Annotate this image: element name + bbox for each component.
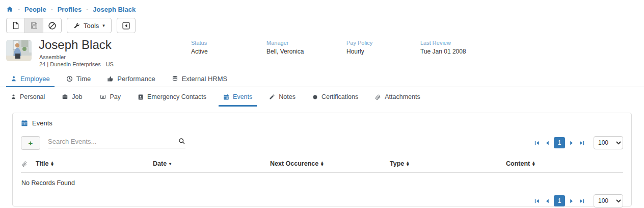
column-date[interactable]: Date ▾: [153, 160, 270, 167]
home-icon[interactable]: [6, 6, 13, 13]
column-title-label: Title: [36, 160, 48, 167]
tab-performance-label: Performance: [117, 75, 155, 83]
field-pay-policy-label: Pay Policy: [346, 40, 372, 46]
last-page-icon[interactable]: [577, 198, 587, 204]
sort-both-icon: ▴▾: [407, 161, 409, 166]
tab-external-hrms-label: External HRMS: [182, 75, 228, 83]
thumbs-up-icon: [107, 75, 114, 82]
subtab-certifications-label: Certifications: [321, 93, 358, 100]
subtab-events-label: Events: [233, 93, 252, 100]
main-tab-bar: Employee Time Performance External HRMS: [0, 72, 644, 87]
toolbar-button-group: [6, 18, 62, 33]
database-icon: [172, 75, 178, 82]
previous-page-icon[interactable]: [542, 198, 552, 204]
paperclip-icon: [21, 161, 28, 167]
current-page-button[interactable]: 1: [554, 137, 565, 148]
pencil-icon: [269, 94, 275, 100]
ban-icon: [48, 21, 57, 30]
sort-both-icon: ▴▾: [51, 161, 53, 166]
pagination-top: 1 100: [532, 136, 623, 149]
no-records-message: No Records Found: [21, 173, 623, 187]
tab-employee-label: Employee: [20, 75, 50, 83]
calendar-icon: [223, 94, 229, 100]
plus-icon: +: [29, 139, 33, 147]
add-event-button[interactable]: +: [21, 136, 40, 150]
calendar-icon: [21, 119, 28, 127]
person-icon: [11, 94, 16, 100]
first-page-icon[interactable]: [532, 198, 542, 204]
column-type[interactable]: Type ▴▾: [390, 160, 506, 167]
subtab-attachments[interactable]: Attachments: [370, 92, 424, 107]
cancel-button[interactable]: [43, 18, 62, 33]
subtab-job[interactable]: Job: [57, 92, 87, 107]
breadcrumb-separator: -: [51, 6, 53, 13]
caret-down-icon: ▾: [102, 23, 105, 28]
address-book-icon: [138, 94, 144, 100]
toolbar: Tools ▾: [6, 18, 644, 33]
search-input[interactable]: [48, 138, 178, 145]
employee-avatar: [6, 40, 32, 61]
collapse-left-icon: [122, 21, 130, 30]
tools-button[interactable]: Tools ▾: [67, 18, 112, 33]
page-size-select[interactable]: 100: [594, 136, 623, 149]
profile-header: Joseph Black Assembler 24 | Dunedin Ente…: [0, 39, 644, 70]
new-document-icon: [12, 21, 20, 30]
person-icon: [11, 75, 17, 82]
sort-both-icon: ▴▾: [321, 161, 323, 166]
field-manager: Manager Bell, Veronica: [266, 40, 304, 55]
subtab-certifications[interactable]: Certifications: [308, 92, 363, 107]
briefcase-icon: [62, 94, 68, 100]
new-record-button[interactable]: [6, 18, 25, 33]
field-last-review: Last Review Tue Jan 01 2008: [420, 40, 466, 55]
tab-time-label: Time: [76, 75, 91, 83]
wrench-icon: [73, 22, 80, 29]
search-icon[interactable]: [178, 138, 185, 145]
tab-performance[interactable]: Performance: [102, 72, 159, 87]
subtab-pay[interactable]: Pay: [95, 92, 126, 107]
column-type-label: Type: [390, 160, 404, 167]
tab-employee[interactable]: Employee: [6, 72, 55, 87]
sub-tab-bar: Personal Job Pay Emergency Contacts Even…: [0, 92, 644, 107]
field-status-label: Status: [191, 40, 208, 46]
subtab-emergency-contacts-label: Emergency Contacts: [147, 93, 206, 100]
field-last-review-label: Last Review: [420, 40, 466, 46]
first-page-icon[interactable]: [532, 140, 542, 146]
column-title[interactable]: Title ▴▾: [36, 160, 153, 167]
events-panel: Events + 1 100: [12, 113, 632, 206]
breadcrumb-link-profiles[interactable]: Profiles: [58, 6, 82, 13]
next-page-icon[interactable]: [567, 140, 577, 146]
panel-title: Events: [21, 119, 623, 127]
subtab-personal-label: Personal: [20, 93, 45, 100]
current-page-button[interactable]: 1: [554, 195, 565, 206]
tab-external-hrms[interactable]: External HRMS: [167, 72, 232, 87]
subtab-emergency-contacts[interactable]: Emergency Contacts: [133, 92, 211, 107]
field-pay-policy-value: Hourly: [346, 48, 372, 55]
paperclip-icon: [375, 94, 381, 100]
next-page-icon[interactable]: [567, 198, 577, 204]
events-table-header: Title ▴▾ Date ▾ Next Occurence ▴▾ Type ▴…: [21, 158, 623, 173]
panel-title-label: Events: [32, 119, 52, 127]
subtab-attachments-label: Attachments: [385, 93, 420, 100]
breadcrumb-link-people[interactable]: People: [24, 6, 46, 13]
clock-icon: [66, 75, 73, 82]
search-field: [48, 138, 185, 148]
last-page-icon[interactable]: [577, 140, 587, 146]
subtab-events[interactable]: Events: [219, 92, 257, 107]
save-icon: [30, 21, 38, 30]
pagination-bottom: 1 100: [532, 194, 623, 207]
collapse-button[interactable]: [117, 18, 136, 33]
subtab-personal[interactable]: Personal: [6, 92, 49, 107]
breadcrumb-current-joseph-black[interactable]: Joseph Black: [93, 6, 136, 13]
tab-time[interactable]: Time: [62, 72, 95, 87]
column-attachment[interactable]: [21, 161, 36, 167]
employee-name: Joseph Black: [39, 38, 112, 53]
page-size-select[interactable]: 100: [594, 194, 623, 207]
save-button[interactable]: [24, 18, 43, 33]
column-next-occurence[interactable]: Next Occurence ▴▾: [270, 160, 390, 167]
column-content[interactable]: Content ▴▾: [506, 160, 534, 167]
column-date-label: Date: [153, 160, 167, 167]
previous-page-icon[interactable]: [542, 140, 552, 146]
field-pay-policy: Pay Policy Hourly: [346, 40, 372, 55]
subtab-notes[interactable]: Notes: [264, 92, 300, 107]
breadcrumb-separator: -: [18, 6, 20, 13]
